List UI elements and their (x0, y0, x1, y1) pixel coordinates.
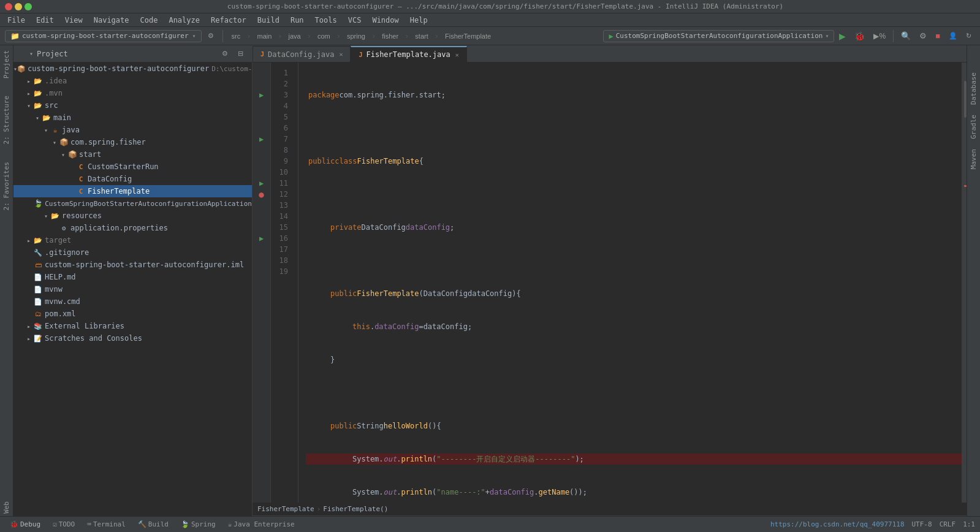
tree-start-package[interactable]: ▾ 📦 start (13, 148, 252, 161)
breadcrumb-com[interactable]: com (314, 31, 334, 41)
menu-refactor[interactable]: Refactor (206, 15, 251, 26)
tree-target-folder[interactable]: ▸ 📂 target (13, 234, 252, 246)
menu-window[interactable]: Window (367, 15, 403, 26)
gutter-row-16[interactable]: ▶ (253, 233, 270, 244)
database-tab[interactable]: Database (968, 70, 979, 107)
structure-tab[interactable]: 2: Structure (1, 93, 12, 146)
tree-external-libs[interactable]: ▸ 📚 External Libraries (13, 320, 252, 332)
breadcrumb-main[interactable]: main (253, 31, 275, 41)
menu-vcs[interactable]: VCS (343, 15, 367, 26)
tree-idea-folder[interactable]: ▸ 📂 .idea (13, 75, 252, 87)
status-link[interactable]: https://blog.csdn.net/qq_40977118 (770, 520, 905, 528)
maximize-window-button[interactable] (25, 3, 32, 10)
status-line-ending[interactable]: CRLF (940, 520, 956, 528)
window-controls[interactable] (5, 3, 32, 10)
stop-button[interactable]: ■ (932, 30, 944, 42)
update-button[interactable]: ↻ (962, 30, 975, 42)
tree-root-item[interactable]: ▾ 📦 custom-spring-boot-starter-autoconfi… (13, 63, 252, 75)
project-selector[interactable]: 📁 custom-spring-boot-starter-autoconfigu… (5, 30, 202, 42)
gutter-row-11[interactable]: ▶ (253, 178, 270, 189)
tree-gitignore[interactable]: ▸ 🔧 .gitignore (13, 246, 252, 259)
tree-pom-xml[interactable]: ▸ 🗂 pom.xml (13, 308, 252, 320)
tree-src-folder[interactable]: ▾ 📂 src (13, 99, 252, 112)
tree-help-md[interactable]: ▸ 📄 HELP.md (13, 271, 252, 283)
java-enterprise-label: Java Enterprise (234, 520, 294, 528)
breadcrumb-spring[interactable]: spring (343, 31, 369, 41)
tab-dataconfig-label: DataConfig.java (268, 50, 334, 59)
sidebar-collapse-button[interactable]: ⊟ (234, 48, 247, 59)
tree-mvnw-cmd[interactable]: ▸ 📄 mvnw.cmd (13, 295, 252, 308)
tab-dataconfig[interactable]: J DataConfig.java ✕ (253, 46, 351, 62)
tree-iml-file[interactable]: ▸ 🗃 custom-spring-boot-starter-autoconfi… (13, 259, 252, 271)
line-numbers: 1 2 3 4 5 6 7 8 9 10 11 12 13 14 15 16 1… (271, 63, 298, 503)
menu-edit[interactable]: Edit (31, 15, 59, 26)
editor-container[interactable]: ▶ ▶ ▶ ● ▶ 1 2 (253, 63, 967, 503)
spring-tool-button[interactable]: 🍃 Spring (176, 519, 221, 530)
tab-fishertemplate-label: FisherTemplate.java (366, 50, 450, 59)
close-window-button[interactable] (5, 3, 12, 10)
tree-fisher-template[interactable]: ▸ C FisherTemplate (13, 185, 252, 197)
tree-com-spring-fisher[interactable]: ▾ 📦 com.spring.fisher (13, 136, 252, 148)
todo-tool-button[interactable]: ☑ TODO (48, 519, 80, 530)
breadcrumb-fishertemplate[interactable]: FisherTemplate (257, 505, 314, 513)
java-enterprise-button[interactable]: ☕ Java Enterprise (223, 519, 300, 530)
editor-gutter: ▶ ▶ ▶ ● ▶ (253, 63, 271, 503)
menu-build[interactable]: Build (253, 15, 284, 26)
gutter-row-12[interactable]: ● (253, 189, 270, 200)
settings-gear-button[interactable]: ⚙ (916, 30, 930, 42)
run-configuration[interactable]: ▶ CustomSpringBootStarterAutoconfigurati… (603, 30, 834, 42)
tree-custom-starter-run[interactable]: ▸ C CustomStarterRun (13, 161, 252, 173)
build-tool-button[interactable]: 🔨 Build (133, 519, 173, 530)
breadcrumb-method[interactable]: FisherTemplate() (323, 505, 388, 513)
menu-view[interactable]: View (60, 15, 88, 26)
code-editor[interactable]: package com.spring.fisher.start; public … (298, 63, 962, 503)
tree-mvn-folder[interactable]: ▸ 📂 .mvn (13, 87, 252, 99)
breadcrumb-java[interactable]: java (285, 31, 305, 41)
search-everywhere-button[interactable]: 🔍 (897, 30, 914, 42)
title-bar: custom-spring-boot-starter-autoconfigure… (0, 0, 980, 13)
tab-fishertemplate-close[interactable]: ✕ (455, 51, 459, 58)
run-button[interactable]: ▶ (835, 30, 849, 42)
debug-button[interactable]: 🐞 (851, 30, 868, 42)
breadcrumb-fisher[interactable]: fisher (378, 31, 402, 41)
settings-button[interactable]: ⚙ (204, 31, 218, 41)
menu-help[interactable]: Help (405, 15, 433, 26)
code-line-3: public class FisherTemplate { (306, 156, 962, 167)
terminal-tool-button[interactable]: ⌨ Terminal (82, 519, 131, 530)
run-with-coverage-button[interactable]: ▶% (870, 30, 889, 42)
web-tab[interactable]: Web (1, 499, 12, 516)
tree-data-config[interactable]: ▸ C DataConfig (13, 173, 252, 185)
debug-tool-button[interactable]: 🐞 Debug (5, 519, 45, 530)
minimize-window-button[interactable] (15, 3, 22, 10)
project-tab[interactable]: Project (1, 48, 12, 81)
breadcrumb-src[interactable]: src (228, 31, 245, 41)
favorites-tab[interactable]: 2: Favorites (1, 159, 12, 213)
breadcrumb-fishertemplate-file[interactable]: FisherTemplate (441, 31, 495, 41)
menu-tools[interactable]: Tools (310, 15, 342, 26)
tab-fishertemplate[interactable]: J FisherTemplate.java ✕ (351, 46, 466, 62)
gutter-row-7[interactable]: ▶ (253, 134, 270, 145)
tree-resources[interactable]: ▾ 📂 resources (13, 210, 252, 222)
menu-analyze[interactable]: Analyze (164, 15, 205, 26)
spring-label: Spring (191, 520, 216, 528)
tree-spring-boot-app[interactable]: ▸ 🍃 CustomSpringBootStarterAutoconfigura… (13, 197, 252, 210)
menu-navigate[interactable]: Navigate (89, 15, 134, 26)
editor-scrollbar[interactable] (962, 63, 967, 503)
tab-dataconfig-close[interactable]: ✕ (339, 51, 343, 58)
sidebar-settings-button[interactable]: ⚙ (218, 48, 232, 59)
menu-code[interactable]: Code (135, 15, 163, 26)
maven-tab[interactable]: Maven (968, 146, 979, 172)
tree-java-folder[interactable]: ▾ ☕ java (13, 124, 252, 136)
profile-button[interactable]: 👤 (945, 30, 961, 42)
tree-scratches[interactable]: ▸ 📝 Scratches and Consoles (13, 332, 252, 344)
status-encoding[interactable]: UTF-8 (912, 520, 932, 528)
tree-mvnw[interactable]: ▸ 📄 mvnw (13, 283, 252, 295)
gradle-tab[interactable]: Gradle (968, 112, 979, 142)
menu-file[interactable]: File (2, 15, 30, 26)
menu-run[interactable]: Run (286, 15, 309, 26)
tree-app-properties[interactable]: ▸ ⚙ application.properties (13, 222, 252, 234)
breadcrumb-start[interactable]: start (411, 31, 431, 41)
code-line-5: private DataConfig dataConfig; (306, 222, 962, 233)
gutter-row-3[interactable]: ▶ (253, 89, 270, 101)
tree-main-folder[interactable]: ▾ 📂 main (13, 112, 252, 124)
